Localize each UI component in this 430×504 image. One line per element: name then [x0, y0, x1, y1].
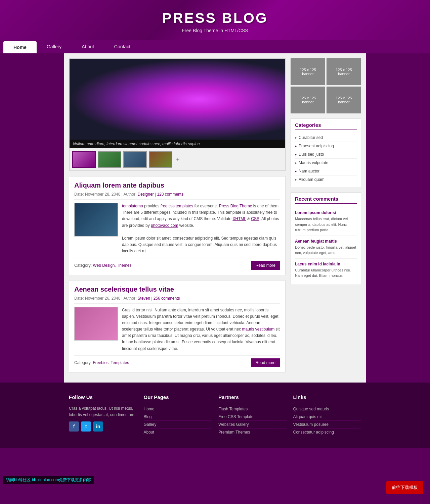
comment-3-title[interactable]: Lacus enim id lacinia in — [295, 262, 340, 266]
cat-label-3[interactable]: Duis sed justo — [299, 152, 324, 157]
post-1-footer: Category: Web Design, Themes Read more — [74, 258, 280, 270]
footer-partners-title: Partners — [218, 394, 287, 402]
facebook-icon[interactable]: f — [69, 421, 79, 432]
comment-2-title[interactable]: Aenean feugiat mattis — [295, 239, 337, 244]
banner-1[interactable]: 125 x 125banner — [291, 58, 325, 85]
post-1-comments[interactable]: 128 comments — [157, 192, 183, 197]
post-1-category: Category: Web Design, Themes — [74, 263, 131, 268]
comment-1-text: Maecenas tellus erat, dictum vel semper … — [295, 216, 357, 233]
nav-about[interactable]: About — [72, 41, 104, 53]
footer-link-2[interactable]: Aliquam quis mi — [293, 413, 361, 421]
slider-thumb-1[interactable] — [72, 151, 96, 168]
footer-partner-websites[interactable]: Websites Gallery — [218, 421, 287, 429]
footer-link-3[interactable]: Vestibulum posuere — [293, 421, 361, 429]
post-2-cat-freebies[interactable]: Freebies — [93, 360, 109, 365]
site-title: PRESS BLOG — [0, 10, 430, 26]
content-wrapper: Nullam ante diam, interdum sit amet soda… — [69, 58, 361, 377]
footer-link-1[interactable]: Quisque sed mauris — [293, 405, 361, 413]
post-1-title-link[interactable]: Aliquam lorem ante dapibus — [74, 182, 164, 189]
post-2-text: Cras id tortor nisl. Nullam ante diam, i… — [122, 307, 280, 352]
banner-grid: 125 x 125banner 125 x 125banner 125 x 12… — [291, 58, 361, 113]
post-1-title: Aliquam lorem ante dapibus — [74, 182, 280, 189]
post-2-link-mauris[interactable]: mauris vestibulum — [242, 327, 275, 332]
post-1-date: November 28, 2048 — [85, 192, 120, 197]
banner-2[interactable]: 125 x 125banner — [327, 58, 361, 85]
post-2-title-link[interactable]: Aenean scelerisque tellus vitae — [74, 286, 174, 293]
cat-diamond-3: ♦ — [295, 153, 297, 156]
footer-our-pages: Our Pages Home Blog Gallery About — [144, 394, 212, 436]
footer-partners: Partners Flash Templates Free CSS Templa… — [218, 394, 287, 436]
post-1-meta: Date: November 28, 2048 | Author: Design… — [74, 192, 280, 200]
cat-diamond-5: ♦ — [295, 169, 297, 173]
footer: Follow Us Cras a volutpat lacus. Ut nisi… — [0, 383, 430, 448]
sidebar: 125 x 125banner 125 x 125banner 125 x 12… — [291, 58, 361, 377]
post-2-read-more[interactable]: Read more — [251, 358, 280, 367]
post-1-author[interactable]: Designer — [138, 192, 154, 197]
post-2-cat-templates[interactable]: Templates — [111, 360, 129, 365]
cat-label-6[interactable]: Aliquam quam — [299, 177, 325, 182]
banner-4[interactable]: 125 x 125banner — [327, 87, 361, 113]
post-1-read-more[interactable]: Read more — [251, 261, 280, 270]
categories-section: Categories ♦ Curabitur sed ♦ Praesent ad… — [291, 118, 361, 187]
slider-thumb-2[interactable] — [98, 151, 121, 168]
main-nav: Home Gallery About Contact — [0, 40, 430, 53]
post-2-date-label: Date: — [74, 296, 85, 301]
twitter-icon[interactable]: t — [81, 421, 91, 432]
footer-partner-freecss[interactable]: Free CSS Template — [218, 413, 287, 421]
footer-page-about[interactable]: About — [144, 429, 212, 436]
footer-follow-text: Cras a volutpat lacus. Ut nisi metus, lo… — [69, 405, 137, 418]
cat-item-6: ♦ Aliquam quam — [295, 175, 357, 184]
footer-page-home[interactable]: Home — [144, 405, 212, 413]
post-1-cat-webdesign[interactable]: Web Design — [93, 263, 115, 268]
footer-page-blog[interactable]: Blog — [144, 413, 212, 421]
post-2-title: Aenean scelerisque tellus vitae — [74, 286, 280, 293]
footer-follow-title: Follow Us — [69, 394, 137, 402]
slider-thumb-3[interactable] — [123, 151, 147, 168]
slider-thumb-4[interactable] — [149, 151, 172, 168]
cat-item-2: ♦ Praesent adipiscing — [295, 142, 357, 150]
slider-main-image — [70, 59, 285, 140]
post-1-link-css[interactable]: CSS — [251, 216, 259, 221]
footer-link-4[interactable]: Consectetur adipiscing — [293, 429, 361, 436]
cat-label-1[interactable]: Curabitur sed — [299, 135, 323, 140]
slider-more-button[interactable]: + — [174, 156, 181, 163]
page-wrapper: Nullam ante diam, interdum sit amet soda… — [64, 53, 366, 383]
post-2-meta: Date: November 26, 2048 | Author: Steven… — [74, 296, 280, 304]
nav-gallery[interactable]: Gallery — [37, 41, 72, 53]
footer-page-gallery[interactable]: Gallery — [144, 421, 212, 429]
post-2-author[interactable]: Steven — [138, 296, 150, 301]
nav-home[interactable]: Home — [3, 41, 37, 53]
cat-item-3: ♦ Duis sed justo — [295, 150, 357, 159]
footer-partner-premium[interactable]: Premium Themes — [218, 429, 287, 436]
cat-item-5: ♦ Nam auctor — [295, 167, 357, 175]
post-2-comments[interactable]: 256 comments — [154, 296, 180, 301]
post-1-lorem: Lorem ipsum dolor sit amet, consectetur … — [122, 235, 280, 255]
footer-links: Links Quisque sed mauris Aliquam quis mi… — [293, 394, 361, 436]
comment-item-1: Lorem ipsum dolor si Maecenas tellus era… — [295, 207, 357, 236]
post-2-author-label: Author: — [124, 296, 138, 301]
nav-contact[interactable]: Contact — [104, 41, 140, 53]
cat-label-5[interactable]: Nam auctor — [299, 169, 319, 173]
banner-3[interactable]: 125 x 125banner — [291, 87, 325, 113]
post-1-link-pressblog[interactable]: Press Blog Theme — [219, 204, 252, 208]
post-1-link-freecss[interactable]: free css templates — [161, 204, 193, 208]
comment-1-title[interactable]: Lorem ipsum dolor si — [295, 210, 336, 215]
cat-item-1: ♦ Curabitur sed — [295, 134, 357, 142]
post-2-thumbnail — [74, 307, 118, 341]
header: PRESS BLOG Free Blog Theme in HTML/CSS — [0, 0, 430, 40]
linkedin-icon[interactable]: in — [93, 421, 103, 432]
post-1-link-xhtml[interactable]: XHTML — [232, 216, 246, 221]
comment-item-2: Aenean feugiat mattis Donec pede justo, … — [295, 236, 357, 259]
cat-label-4[interactable]: Mauris vulputate — [299, 160, 328, 165]
footer-inner: Follow Us Cras a volutpat lacus. Ut nisi… — [64, 389, 366, 441]
post-2: Aenean scelerisque tellus vitae Date: No… — [69, 280, 286, 372]
post-1-cat-themes[interactable]: Themes — [117, 263, 131, 268]
post-1-body: templatemo provides free css templates f… — [74, 203, 280, 255]
post-1-author-label: Author: — [124, 192, 138, 197]
post-1-link-templatemo[interactable]: templatemo — [122, 204, 143, 208]
footer-partner-flash[interactable]: Flash Templates — [218, 405, 287, 413]
cat-label-2[interactable]: Praesent adipiscing — [299, 144, 334, 148]
post-1-link-photovaco[interactable]: photovaco.com — [151, 223, 178, 228]
comment-item-3: Lacus enim id lacinia in Curabitur ullam… — [295, 259, 357, 281]
slider-thumbnails: + — [70, 148, 285, 170]
